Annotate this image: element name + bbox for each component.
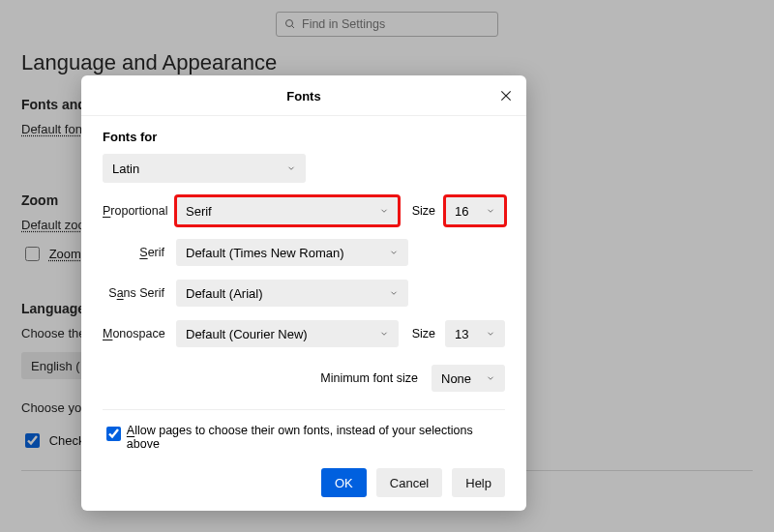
- monospace-size-select[interactable]: 13: [445, 320, 505, 347]
- monospace-size-label: Size: [412, 327, 435, 340]
- monospace-select[interactable]: Default (Courier New): [176, 320, 399, 347]
- chevron-down-icon: [486, 206, 495, 216]
- proportional-size-label: Size: [412, 204, 435, 218]
- min-size-value: None: [441, 371, 471, 386]
- monospace-label: Monospace: [103, 327, 176, 340]
- mono-value: Default (Courier New): [186, 327, 308, 341]
- close-icon: [499, 89, 513, 103]
- proportional-select[interactable]: Serif: [176, 196, 399, 225]
- serif-select[interactable]: Default (Times New Roman): [176, 239, 408, 266]
- chevron-down-icon: [379, 206, 389, 216]
- sans-serif-label: Sans Serif: [103, 286, 176, 300]
- dialog-divider: [103, 409, 505, 410]
- chevron-down-icon: [286, 163, 296, 173]
- proportional-value: Serif: [186, 204, 212, 219]
- dialog-close-button[interactable]: [495, 85, 517, 106]
- chevron-down-icon: [379, 329, 389, 339]
- mono-size-value: 13: [455, 327, 468, 341]
- chevron-down-icon: [486, 373, 495, 383]
- sans-serif-select[interactable]: Default (Arial): [176, 280, 408, 307]
- min-font-size-label: Minimum font size: [320, 371, 418, 385]
- script-select[interactable]: Latin: [103, 154, 306, 183]
- proportional-size-value: 16: [455, 204, 468, 219]
- fonts-dialog: Fonts Fonts for Latin Proportional Serif…: [81, 75, 526, 511]
- min-font-size-select[interactable]: None: [432, 365, 505, 392]
- sans-value: Default (Arial): [186, 286, 262, 301]
- serif-value: Default (Times New Roman): [186, 246, 344, 260]
- chevron-down-icon: [486, 329, 495, 339]
- serif-label: Serif: [103, 246, 176, 259]
- chevron-down-icon: [389, 288, 399, 298]
- fonts-for-label: Fonts for: [103, 130, 505, 144]
- ok-button[interactable]: OK: [321, 468, 367, 497]
- script-value: Latin: [112, 162, 139, 176]
- dialog-title: Fonts: [286, 89, 320, 103]
- chevron-down-icon: [389, 248, 399, 257]
- proportional-size-select[interactable]: 16: [445, 196, 505, 225]
- proportional-label: Proportional: [103, 204, 176, 218]
- help-button[interactable]: Help: [452, 468, 505, 497]
- allow-pages-label: Allow pages to choose their own fonts, i…: [127, 424, 505, 451]
- allow-pages-checkbox[interactable]: [106, 427, 121, 441]
- cancel-button[interactable]: Cancel: [376, 468, 442, 497]
